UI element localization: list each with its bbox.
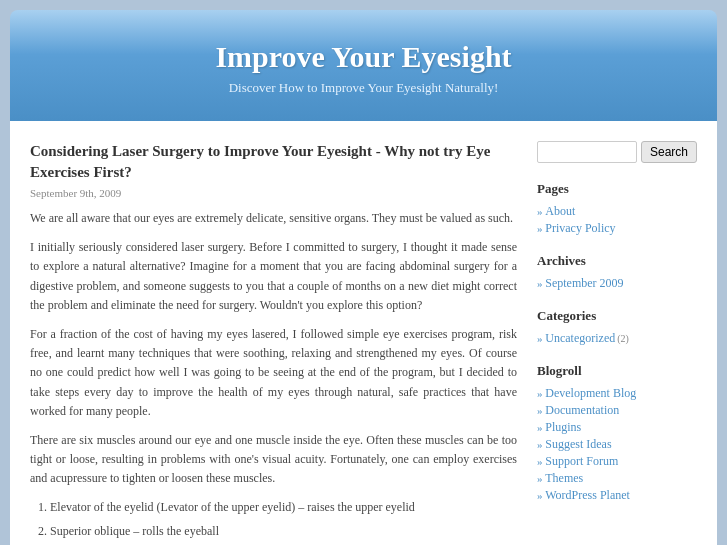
post-date: September 9th, 2009 bbox=[30, 187, 517, 199]
category-badge: (2) bbox=[617, 333, 629, 344]
sidebar-archives-title: Archives bbox=[537, 253, 697, 269]
blogroll-link-plugins[interactable]: Plugins bbox=[545, 420, 581, 434]
post-paragraph-4: There are six muscles around our eye and… bbox=[30, 431, 517, 489]
site-title: Improve Your Eyesight bbox=[30, 40, 697, 74]
search-box: Search bbox=[537, 141, 697, 163]
list-item: Documentation bbox=[537, 402, 697, 419]
sidebar-categories-title: Categories bbox=[537, 308, 697, 324]
list-item: Superior oblique – rolls the eyeball bbox=[50, 522, 517, 541]
pages-link-privacy[interactable]: Privacy Policy bbox=[545, 221, 615, 235]
blogroll-link-devblog[interactable]: Development Blog bbox=[545, 386, 636, 400]
sidebar-pages-list: About Privacy Policy bbox=[537, 203, 697, 237]
list-item: September 2009 bbox=[537, 275, 697, 292]
main-content: Considering Laser Surgery to Improve You… bbox=[30, 141, 517, 545]
sidebar-archives-list: September 2009 bbox=[537, 275, 697, 292]
list-item: Plugins bbox=[537, 419, 697, 436]
site-subtitle: Discover How to Improve Your Eyesight Na… bbox=[30, 80, 697, 96]
site-header: Improve Your Eyesight Discover How to Im… bbox=[10, 10, 717, 121]
post-body: We are all aware that our eyes are extre… bbox=[30, 209, 517, 541]
list-item: WordPress Planet bbox=[537, 487, 697, 504]
post-title: Considering Laser Surgery to Improve You… bbox=[30, 141, 517, 183]
search-button[interactable]: Search bbox=[641, 141, 697, 163]
list-item: About bbox=[537, 203, 697, 220]
list-item: Privacy Policy bbox=[537, 220, 697, 237]
sidebar-categories-list: Uncategorized(2) bbox=[537, 330, 697, 347]
list-item: Uncategorized(2) bbox=[537, 330, 697, 347]
sidebar-section-categories: Categories Uncategorized(2) bbox=[537, 308, 697, 347]
pages-link-about[interactable]: About bbox=[545, 204, 575, 218]
blogroll-link-wpplanet[interactable]: WordPress Planet bbox=[545, 488, 630, 502]
sidebar-section-blogroll: Blogroll Development Blog Documentation … bbox=[537, 363, 697, 504]
blogroll-link-themes[interactable]: Themes bbox=[545, 471, 583, 485]
post-list: Elevator of the eyelid (Levator of the u… bbox=[30, 498, 517, 540]
sidebar-section-archives: Archives September 2009 bbox=[537, 253, 697, 292]
content-area: Considering Laser Surgery to Improve You… bbox=[10, 121, 717, 545]
list-item: Themes bbox=[537, 470, 697, 487]
sidebar-blogroll-list: Development Blog Documentation Plugins S… bbox=[537, 385, 697, 504]
list-item: Support Forum bbox=[537, 453, 697, 470]
category-link-uncategorized[interactable]: Uncategorized bbox=[545, 331, 615, 345]
archives-link-sep2009[interactable]: September 2009 bbox=[545, 276, 623, 290]
list-item: Suggest Ideas bbox=[537, 436, 697, 453]
blogroll-link-docs[interactable]: Documentation bbox=[545, 403, 619, 417]
sidebar: Search Pages About Privacy Policy Archiv… bbox=[537, 141, 697, 545]
list-item: Elevator of the eyelid (Levator of the u… bbox=[50, 498, 517, 517]
blogroll-link-suggest[interactable]: Suggest Ideas bbox=[545, 437, 611, 451]
search-input[interactable] bbox=[537, 141, 637, 163]
post-paragraph-2: I initially seriously considered laser s… bbox=[30, 238, 517, 315]
sidebar-pages-title: Pages bbox=[537, 181, 697, 197]
post-paragraph-1: We are all aware that our eyes are extre… bbox=[30, 209, 517, 228]
list-item: Development Blog bbox=[537, 385, 697, 402]
post-paragraph-3: For a fraction of the cost of having my … bbox=[30, 325, 517, 421]
sidebar-section-pages: Pages About Privacy Policy bbox=[537, 181, 697, 237]
blogroll-link-support[interactable]: Support Forum bbox=[545, 454, 618, 468]
sidebar-blogroll-title: Blogroll bbox=[537, 363, 697, 379]
